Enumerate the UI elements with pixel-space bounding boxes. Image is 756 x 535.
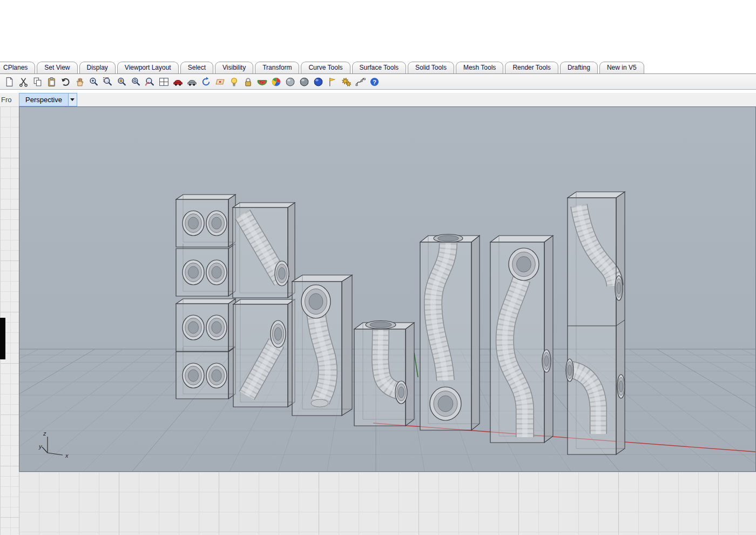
undo-icon bbox=[60, 76, 71, 88]
toolbar-tab-visibility[interactable]: Visibility bbox=[215, 62, 253, 73]
color-wheel-icon bbox=[271, 76, 282, 88]
raytrace-sphere-icon bbox=[313, 76, 324, 88]
toolbar-button-gears[interactable] bbox=[340, 75, 353, 88]
toolbar-tab-solid-tools[interactable]: Solid Tools bbox=[408, 62, 454, 73]
toolbar-button-raytrace-sphere[interactable] bbox=[312, 75, 325, 88]
paste-icon bbox=[46, 76, 57, 88]
gears-icon bbox=[341, 76, 352, 88]
toolbar-tab-new-in-v5[interactable]: New in V5 bbox=[599, 62, 644, 73]
background-grid-left bbox=[0, 106, 19, 535]
viewport-title-label: Perspective bbox=[25, 96, 62, 104]
rotate-view-icon bbox=[200, 76, 212, 88]
toolbar-button-undo-view-change[interactable] bbox=[143, 75, 156, 88]
toolbar-tab-select[interactable]: Select bbox=[180, 62, 213, 73]
toolbar-tab-cplanes[interactable]: CPlanes bbox=[0, 62, 35, 73]
display-mode-icon bbox=[186, 76, 198, 88]
toolbar-button-color-wheel[interactable] bbox=[269, 75, 282, 88]
render-icon bbox=[256, 76, 268, 88]
toolbar-button-display-mode[interactable] bbox=[185, 75, 198, 88]
model-tall-elbow-module[interactable] bbox=[292, 275, 352, 416]
lock-icon bbox=[242, 76, 254, 88]
chevron-down-icon bbox=[70, 98, 75, 101]
toolbar-button-pan[interactable] bbox=[73, 75, 86, 88]
toolbar-button-cut[interactable] bbox=[17, 75, 30, 88]
toolbar-tab-mesh-tools[interactable]: Mesh Tools bbox=[456, 62, 503, 73]
perspective-viewport[interactable]: zyx bbox=[19, 106, 756, 472]
undo-view-change-icon bbox=[144, 76, 156, 88]
cut-icon bbox=[18, 76, 29, 88]
shaded-viewport-icon bbox=[172, 76, 184, 88]
toolbar-button-undo[interactable] bbox=[59, 75, 72, 88]
zoom-window-icon bbox=[102, 76, 113, 88]
toolbar-button-zoom-dynamic[interactable] bbox=[87, 75, 100, 88]
curve-points-icon bbox=[355, 76, 366, 88]
rendered-sphere-icon bbox=[299, 76, 310, 88]
toolbar-button-copy[interactable] bbox=[31, 75, 44, 88]
model-tall-s-curve-module[interactable] bbox=[490, 236, 553, 443]
shaded-sphere-icon bbox=[285, 76, 296, 88]
model-s-curve-module[interactable] bbox=[420, 235, 480, 431]
toolbar-tab-surface-tools[interactable]: Surface Tools bbox=[352, 62, 407, 73]
four-viewports-icon bbox=[158, 76, 170, 88]
viewport-tab-perspective[interactable]: Perspective bbox=[19, 93, 69, 106]
zoom-selected-icon bbox=[116, 76, 127, 88]
toolbar-button-shaded-viewport[interactable] bbox=[171, 75, 184, 88]
toolbar-button-lock[interactable] bbox=[241, 75, 254, 88]
toolbar-button-paste[interactable] bbox=[45, 75, 58, 88]
model-tallest-double-module[interactable] bbox=[566, 192, 625, 454]
axis-label-z: z bbox=[43, 430, 46, 437]
viewport-tab-front-partial[interactable]: Fro bbox=[0, 93, 19, 106]
toolbar-tab-viewport-layout[interactable]: Viewport Layout bbox=[117, 62, 179, 73]
toolbar-tab-render-tools[interactable]: Render Tools bbox=[505, 62, 558, 73]
toolbar-button-curve-points[interactable] bbox=[354, 75, 367, 88]
toolbar-tab-drafting[interactable]: Drafting bbox=[560, 62, 598, 73]
toolbar-button-zoom-window[interactable] bbox=[101, 75, 114, 88]
toolbar-button-four-viewports[interactable] bbox=[157, 75, 170, 88]
workspace: zyx bbox=[0, 106, 756, 535]
toolbar-button-new-file[interactable] bbox=[3, 75, 16, 88]
3d-scene[interactable]: zyx bbox=[19, 107, 755, 471]
toolbar-button-zoom-extents[interactable] bbox=[129, 75, 142, 88]
toolbar-tab-curve-tools[interactable]: Curve Tools bbox=[301, 62, 350, 73]
rhino-window: CPlanesSet ViewDisplayViewport LayoutSel… bbox=[0, 0, 756, 535]
axis-label-x: x bbox=[65, 452, 69, 459]
viewport-title-menu-button[interactable] bbox=[69, 93, 77, 106]
viewport-title-row-filler bbox=[77, 93, 756, 106]
toolbar-button-rendered-sphere[interactable] bbox=[298, 75, 310, 88]
lamp-icon bbox=[228, 76, 240, 88]
model-top-entry-elbow-module[interactable] bbox=[354, 321, 414, 426]
left-edge-black-rectangle bbox=[0, 318, 5, 359]
zoom-extents-icon bbox=[130, 76, 141, 88]
toolbar-button-lamp[interactable] bbox=[227, 75, 240, 88]
toolbar-group-tabs: CPlanesSet ViewDisplayViewport LayoutSel… bbox=[0, 61, 756, 74]
new-file-icon bbox=[4, 76, 15, 88]
pan-icon bbox=[74, 76, 85, 88]
toolbar-tab-set-view[interactable]: Set View bbox=[37, 62, 77, 73]
toolbar-button-help[interactable]: ? bbox=[368, 75, 381, 88]
zoom-dynamic-icon bbox=[88, 76, 99, 88]
toolbar-button-set-cplane[interactable] bbox=[213, 75, 226, 88]
viewport-title-row: Fro Perspective bbox=[0, 93, 756, 106]
main-toolbar: ? bbox=[0, 74, 756, 90]
toolbar-tab-transform[interactable]: Transform bbox=[255, 62, 299, 73]
model-diagonal-pipe-modules[interactable] bbox=[233, 203, 295, 407]
svg-text:?: ? bbox=[372, 78, 376, 85]
toolbar-button-shaded-sphere[interactable] bbox=[284, 75, 296, 88]
toolbar-tab-display[interactable]: Display bbox=[79, 62, 116, 73]
toolbar-button-zoom-selected[interactable] bbox=[115, 75, 128, 88]
background-grid-bottom bbox=[19, 472, 756, 535]
copy-icon bbox=[32, 76, 43, 88]
toolbar-button-flag[interactable] bbox=[326, 75, 339, 88]
help-icon: ? bbox=[369, 76, 380, 88]
flag-icon bbox=[327, 76, 338, 88]
set-cplane-icon bbox=[214, 76, 226, 88]
toolbar-button-rotate-view[interactable] bbox=[199, 75, 212, 88]
toolbar-button-render[interactable] bbox=[255, 75, 268, 88]
